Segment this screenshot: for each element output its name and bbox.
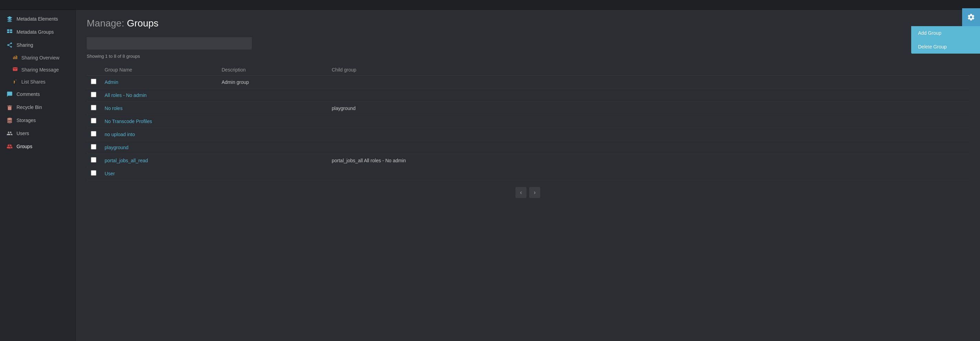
- row-description: Admin group: [218, 76, 328, 89]
- row-checkbox[interactable]: [91, 118, 96, 124]
- col-checkbox: [87, 64, 100, 76]
- group-name-link[interactable]: No roles: [105, 106, 123, 111]
- col-child-group: Child group: [328, 64, 969, 76]
- users-icon: [6, 130, 13, 137]
- svg-rect-2: [7, 32, 10, 33]
- table-row: no upload into: [87, 128, 969, 141]
- row-description: [218, 128, 328, 141]
- row-description: [218, 89, 328, 102]
- dropdown-menu: Add Group Delete Group: [911, 26, 980, 54]
- row-checkbox[interactable]: [91, 131, 96, 136]
- sidebar-item-sharing[interactable]: Sharing: [0, 38, 75, 52]
- col-group-name: Group Name: [100, 64, 218, 76]
- sidebar-item-sharing-overview[interactable]: Sharing Overview: [13, 52, 75, 63]
- table-row: No roles playground: [87, 102, 969, 115]
- main-area: Metadata Elements Metadata Groups Sharin…: [0, 10, 980, 341]
- sidebar: Metadata Elements Metadata Groups Sharin…: [0, 10, 76, 341]
- row-description: [218, 115, 328, 128]
- sidebar-item-storages[interactable]: Storages: [0, 114, 75, 127]
- group-name-link[interactable]: No Transcode Profiles: [105, 119, 152, 124]
- group-name-link[interactable]: All roles - No admin: [105, 92, 146, 98]
- row-description: [218, 154, 328, 167]
- sidebar-item-label: Users: [16, 131, 29, 136]
- storage-icon: [6, 117, 13, 124]
- group-name-link[interactable]: Admin: [105, 79, 118, 85]
- row-checkbox[interactable]: [91, 79, 96, 84]
- group-name-link[interactable]: portal_jobs_all_read: [105, 158, 148, 163]
- row-checkbox[interactable]: [91, 170, 96, 176]
- gear-button[interactable]: [962, 8, 980, 26]
- gear-icon: [967, 13, 975, 21]
- row-checkbox[interactable]: [91, 144, 96, 149]
- svg-rect-1: [10, 30, 13, 31]
- sidebar-item-list-shares[interactable]: List Shares: [13, 76, 75, 88]
- row-checkbox-cell: [87, 76, 100, 89]
- row-group-name: No Transcode Profiles: [100, 115, 218, 128]
- row-description: [218, 102, 328, 115]
- group-name-link[interactable]: playground: [105, 145, 128, 150]
- sidebar-item-label: Sharing Overview: [21, 55, 59, 60]
- row-checkbox[interactable]: [91, 157, 96, 163]
- row-checkbox[interactable]: [91, 105, 96, 110]
- prev-page-button[interactable]: ‹: [515, 187, 527, 198]
- showing-text: Showing 1 to 8 of 8 groups: [87, 54, 969, 59]
- sidebar-item-metadata-groups[interactable]: Metadata Groups: [0, 25, 75, 38]
- sidebar-item-users[interactable]: Users: [0, 127, 75, 140]
- row-description: [218, 141, 328, 154]
- sidebar-item-sharing-message[interactable]: Sharing Message: [13, 63, 75, 76]
- table-header-row: Group Name Description Child group: [87, 64, 969, 76]
- app-layout: Metadata Elements Metadata Groups Sharin…: [0, 0, 980, 341]
- sidebar-item-label: Metadata Groups: [16, 29, 54, 35]
- row-child-group: [328, 76, 969, 89]
- groups-table: Group Name Description Child group Admin…: [87, 64, 969, 180]
- table-row: All roles - No admin: [87, 89, 969, 102]
- sidebar-item-recycle-bin[interactable]: Recycle Bin: [0, 101, 75, 114]
- row-group-name: portal_jobs_all_read: [100, 154, 218, 167]
- row-checkbox-cell: [87, 115, 100, 128]
- row-checkbox-cell: [87, 89, 100, 102]
- row-checkbox-cell: [87, 141, 100, 154]
- add-group-button[interactable]: Add Group: [911, 26, 980, 40]
- svg-rect-3: [10, 32, 13, 33]
- row-child-group: [328, 115, 969, 128]
- row-checkbox-cell: [87, 154, 100, 167]
- main-content: Manage: Groups Showing 1 to 8 of 8 group…: [76, 10, 980, 341]
- sidebar-item-groups[interactable]: Groups: [0, 140, 75, 153]
- row-checkbox[interactable]: [91, 92, 96, 97]
- pagination: ‹ ›: [87, 180, 969, 205]
- table-row: Admin Admin group: [87, 76, 969, 89]
- row-checkbox-cell: [87, 128, 100, 141]
- row-child-group: [328, 128, 969, 141]
- group-name-link[interactable]: no upload into: [105, 132, 135, 137]
- layers-icon: [6, 16, 13, 22]
- group-name-link[interactable]: User: [105, 171, 115, 176]
- sidebar-item-label: Groups: [16, 144, 32, 149]
- chart-icon: [13, 54, 18, 61]
- sidebar-sub-sharing: Sharing Overview Sharing Message List Sh…: [0, 52, 75, 88]
- row-group-name: Admin: [100, 76, 218, 89]
- row-group-name: No roles: [100, 102, 218, 115]
- delete-group-button[interactable]: Delete Group: [911, 40, 980, 54]
- sidebar-item-label: Sharing Message: [21, 67, 59, 73]
- top-bar: [0, 0, 980, 10]
- sidebar-item-label: Comments: [16, 92, 40, 97]
- svg-point-4: [7, 118, 12, 120]
- search-input[interactable]: [87, 37, 252, 49]
- row-child-group: playground: [328, 102, 969, 115]
- col-description: Description: [218, 64, 328, 76]
- row-description: [218, 167, 328, 180]
- row-child-group: portal_jobs_all All roles - No admin: [328, 154, 969, 167]
- next-page-button[interactable]: ›: [529, 187, 540, 198]
- row-child-group: [328, 167, 969, 180]
- row-group-name: playground: [100, 141, 218, 154]
- sidebar-item-label: Sharing: [16, 42, 33, 48]
- sidebar-item-label: Metadata Elements: [16, 16, 58, 22]
- sidebar-item-metadata-elements[interactable]: Metadata Elements: [0, 13, 75, 25]
- row-checkbox-cell: [87, 167, 100, 180]
- row-group-name: no upload into: [100, 128, 218, 141]
- row-group-name: User: [100, 167, 218, 180]
- sidebar-item-label: Recycle Bin: [16, 105, 42, 110]
- sharing-icon: [6, 41, 13, 48]
- sidebar-item-comments[interactable]: Comments: [0, 88, 75, 101]
- mail-icon: [13, 67, 18, 73]
